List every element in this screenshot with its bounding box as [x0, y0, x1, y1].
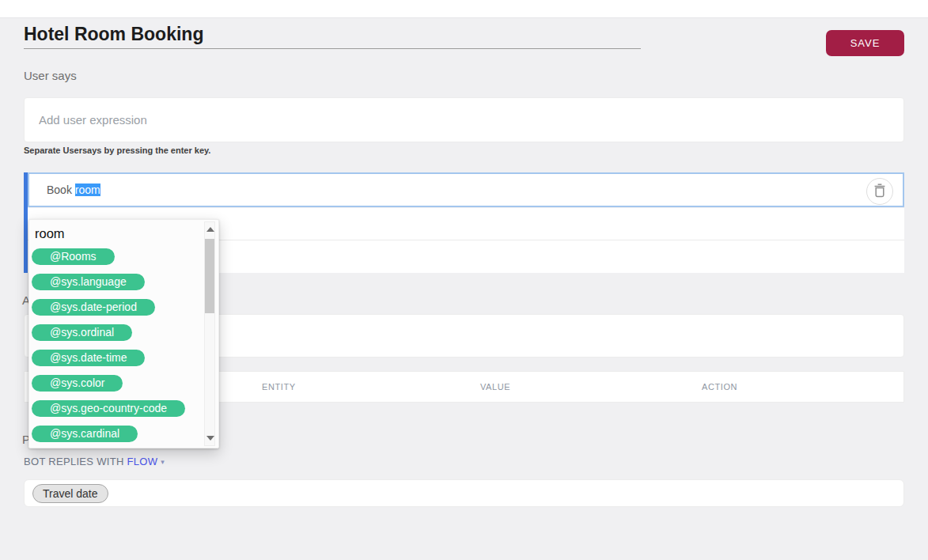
expression-prefix: Book — [47, 184, 75, 196]
user-says-label: User says — [24, 69, 77, 82]
entity-suggestion-pill[interactable]: @sys.date-time — [32, 350, 145, 366]
trash-icon — [873, 184, 886, 200]
expression-text: Book room — [47, 184, 100, 196]
expression-selected-word[interactable]: room — [75, 184, 100, 196]
entity-suggestion-row: @sys.geo-country-code — [32, 400, 218, 417]
entity-suggestion-row: @sys.color — [32, 375, 218, 392]
entity-suggestion-pill[interactable]: @sys.language — [32, 274, 145, 290]
scroll-up-icon[interactable] — [206, 227, 214, 232]
flow-dropdown-link[interactable]: FLOW — [127, 456, 158, 467]
delete-expression-button[interactable] — [866, 178, 893, 205]
usersays-accent-bar — [24, 172, 28, 273]
entity-suggestion-row: @sys.ordinal — [32, 324, 218, 341]
entity-suggestion-pill[interactable]: @sys.date-period — [32, 299, 155, 316]
entity-suggestion-pill[interactable]: @sys.color — [32, 375, 123, 392]
dropdown-query-text: room — [35, 226, 218, 242]
table-header-cell: ACTION — [702, 382, 903, 392]
chevron-down-icon[interactable]: ▾ — [161, 458, 165, 466]
user-expression-row[interactable]: Book room — [28, 172, 904, 207]
entity-suggestion-list: @Rooms @sys.language @sys.date-period @s… — [32, 248, 218, 442]
entity-suggestion-pill[interactable]: @sys.cardinal — [32, 426, 138, 442]
entity-suggestion-row: @sys.date-period — [32, 299, 218, 316]
top-bar — [0, 0, 928, 18]
dropdown-scrollbar[interactable] — [204, 221, 215, 446]
entity-suggestion-pill[interactable]: @sys.geo-country-code — [32, 400, 185, 417]
bot-replies-label: BOT REPLIES WITH — [24, 456, 124, 467]
page-title: Hotel Room Booking — [24, 24, 203, 45]
bot-replies-row: BOT REPLIES WITH FLOW ▾ — [24, 456, 165, 467]
flow-chip[interactable]: Travel date — [32, 484, 108, 503]
flow-reply-card: Travel date — [24, 479, 904, 507]
scroll-down-icon[interactable] — [206, 436, 214, 441]
entity-suggestion-pill[interactable]: @sys.ordinal — [32, 324, 132, 341]
entity-suggestion-row: @Rooms — [32, 248, 218, 265]
intent-editor-screen: Hotel Room Booking SAVE User says Separa… — [0, 0, 928, 560]
add-expression-card — [24, 97, 904, 142]
table-header-cell: VALUE — [480, 382, 702, 392]
save-button[interactable]: SAVE — [826, 30, 904, 56]
table-header-cell: ENTITY — [262, 382, 480, 392]
entity-suggestion-row: @sys.language — [32, 274, 218, 290]
entity-suggestion-pill[interactable]: @Rooms — [32, 248, 115, 265]
entity-suggestion-row: @sys.date-time — [32, 350, 218, 366]
add-expression-input[interactable] — [25, 98, 903, 142]
scrollbar-thumb[interactable] — [205, 239, 214, 313]
title-divider — [24, 48, 641, 49]
entity-suggestion-row: @sys.cardinal — [32, 426, 218, 442]
entity-suggestion-dropdown: room @Rooms @sys.language @sys.date-peri… — [28, 219, 219, 448]
usersays-helper-text: Separate Usersays by pressing the enter … — [24, 146, 210, 155]
